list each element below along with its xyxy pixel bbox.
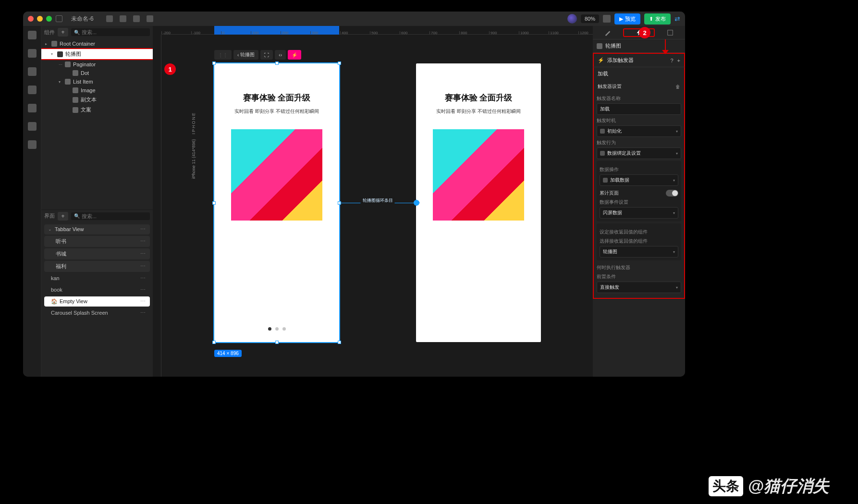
resize-handle[interactable]: [275, 61, 279, 65]
add-trigger-row: ⚡ 添加触发器 ? +: [593, 53, 685, 67]
left-panel: 组件 + 🔍 ▸Root Container▾轮播图⋯PaginatorDot▾…: [41, 26, 153, 377]
artboard-image: [433, 129, 524, 221]
data-operation-select[interactable]: 加载数据▾: [600, 174, 678, 186]
page-item[interactable]: 书城⋯: [44, 248, 150, 259]
components-panel-header: 组件 + 🔍: [41, 26, 153, 38]
close-icon[interactable]: [28, 16, 34, 22]
ruler-tick: 700: [429, 31, 437, 34]
page-group[interactable]: ⌄Tabbar View⋯: [44, 224, 150, 234]
pages-search[interactable]: 🔍: [71, 212, 150, 220]
annotation-1: 1: [164, 63, 176, 75]
settings-toggle-icon[interactable]: ⇄: [674, 15, 680, 23]
add-trigger-button[interactable]: +: [677, 58, 680, 63]
tree-item[interactable]: Image: [41, 86, 153, 95]
page-item[interactable]: Carousel Splash Screen⋯: [44, 308, 150, 318]
tree-item[interactable]: ▸Root Container: [41, 39, 153, 48]
add-page-button[interactable]: +: [58, 212, 68, 221]
avatar[interactable]: [567, 14, 577, 24]
page-item[interactable]: book⋯: [44, 285, 150, 295]
preview-button[interactable]: ▶ 预览: [614, 13, 640, 25]
document-icon: [56, 15, 62, 22]
crumb-component[interactable]: ‹ 轮播图: [233, 50, 258, 60]
delete-trigger-button[interactable]: 🗑: [675, 84, 680, 89]
components-search[interactable]: 🔍: [71, 28, 150, 36]
rail-brush-icon[interactable]: [28, 104, 37, 112]
left-rail: [23, 26, 41, 377]
resize-handle[interactable]: [212, 341, 216, 344]
window-controls[interactable]: [28, 16, 52, 22]
artboard[interactable]: 赛事体验 全面升级 实时回看 即刻分享 不错过任何精彩瞬间: [416, 63, 541, 342]
pager-dot[interactable]: [275, 327, 279, 331]
tab-more[interactable]: [655, 29, 685, 36]
rail-stack-icon[interactable]: [28, 86, 37, 94]
ruler-tick: 0: [221, 31, 224, 34]
rail-layers-icon[interactable]: [28, 67, 37, 76]
tree-item[interactable]: 文案: [41, 105, 153, 115]
tree-item[interactable]: Dot: [41, 69, 153, 77]
grid-icon[interactable]: [106, 15, 113, 22]
page-item[interactable]: 🏠Empty View⋯: [44, 296, 150, 307]
annotation-arrow-head: [662, 50, 669, 54]
artboard-title: 赛事体验 全面升级: [223, 92, 331, 103]
help-icon[interactable]: ?: [670, 58, 673, 63]
resize-handle[interactable]: [212, 201, 216, 205]
pager-dot[interactable]: [282, 327, 286, 331]
tree-item[interactable]: ▾List Item: [41, 77, 153, 86]
tab-style[interactable]: [593, 29, 623, 36]
trigger-action-select[interactable]: 数据绑定及设置▾: [597, 148, 681, 159]
ruler-tick: 400: [340, 31, 348, 34]
crumb-grip[interactable]: ⋮⋮: [214, 50, 232, 60]
search-icon: 🔍: [74, 213, 80, 219]
resize-handle[interactable]: [338, 341, 341, 344]
pages-search-input[interactable]: [82, 213, 147, 219]
components-search-input[interactable]: [82, 29, 147, 35]
canvas-area[interactable]: -200-10001002003004005006007008009001000…: [153, 26, 593, 377]
accumulate-toggle[interactable]: [666, 190, 678, 197]
artboard-selected[interactable]: 赛事体验 全面升级 实时回看 即刻分享 不错过任何精彩瞬间: [214, 63, 339, 342]
tree-item[interactable]: ⋯Paginator: [41, 60, 153, 69]
shape-icon[interactable]: [120, 15, 126, 22]
minimize-icon[interactable]: [37, 16, 43, 22]
download-icon: [603, 178, 608, 183]
rail-list-icon[interactable]: [28, 140, 37, 149]
link-icon[interactable]: [133, 15, 140, 22]
maximize-icon[interactable]: [46, 16, 52, 22]
paginator: [214, 327, 339, 331]
page-item[interactable]: 福利⋯: [44, 261, 150, 272]
tree-item[interactable]: ▾轮播图: [41, 48, 153, 60]
ruler-selection: [214, 26, 339, 35]
zoom-level[interactable]: 80%: [581, 14, 599, 23]
trigger-name-input[interactable]: 加载: [597, 103, 681, 115]
inspector-component-header: 轮播图: [593, 39, 685, 53]
page-item[interactable]: kan⋯: [44, 273, 150, 283]
resize-handle[interactable]: [275, 341, 279, 344]
carousel-icon: [597, 43, 602, 49]
bolt-icon[interactable]: [147, 15, 153, 22]
crumb-bolt-icon[interactable]: ⚡: [288, 50, 301, 60]
resize-handle[interactable]: [212, 61, 216, 65]
crumb-expand-icon[interactable]: ⛶: [260, 50, 273, 60]
page-item[interactable]: 听书⋯: [44, 236, 150, 247]
watermark-handle: @猫仔消失: [748, 475, 829, 497]
crumb-code-icon[interactable]: ‹›: [275, 50, 286, 60]
connector-arrow-icon: [416, 199, 420, 206]
ruler-tick: 1100: [549, 31, 559, 34]
publish-button[interactable]: ⬆ 发布: [644, 13, 671, 25]
connector-line[interactable]: 轮播图循环条目: [339, 203, 416, 203]
trigger-timing-select[interactable]: 初始化▾: [597, 125, 681, 137]
data-event-select[interactable]: 闪屏数据▾: [600, 207, 678, 219]
connector-label: 轮播图循环条目: [361, 197, 395, 204]
precondition-select[interactable]: 直接触发▾: [597, 282, 681, 293]
rail-grid-icon[interactable]: [28, 122, 37, 131]
return-component-select[interactable]: 轮播图▾: [600, 246, 678, 258]
pager-dot[interactable]: [268, 327, 271, 331]
tree-item[interactable]: 副文本: [41, 95, 153, 105]
artboard-subtitle: 实时回看 即刻分享 不错过任何精彩瞬间: [223, 108, 331, 115]
resize-handle[interactable]: [338, 61, 341, 65]
ruler-tick: 300: [310, 31, 318, 34]
ruler-tick: 500: [370, 31, 378, 34]
rail-tree-icon[interactable]: [28, 49, 37, 58]
device-icon[interactable]: [603, 15, 611, 23]
rail-cube-icon[interactable]: [28, 31, 37, 39]
add-component-button[interactable]: +: [58, 28, 68, 37]
